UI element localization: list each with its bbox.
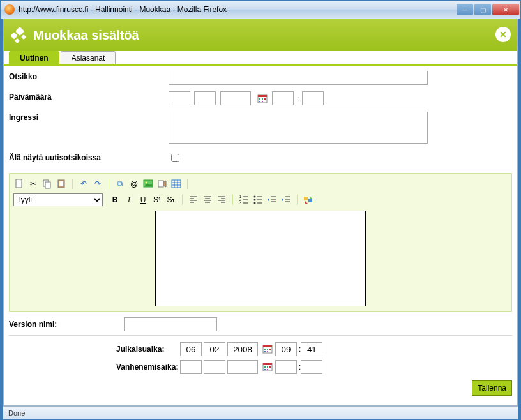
superscript-icon[interactable]: S¹ (151, 194, 163, 206)
calendar-icon[interactable] (257, 94, 268, 104)
italic-icon[interactable]: I (123, 194, 135, 206)
svg-point-13 (146, 182, 147, 184)
align-left-icon[interactable] (188, 194, 199, 206)
svg-point-42 (254, 202, 256, 204)
subscript-icon[interactable]: S₁ (165, 194, 177, 206)
date-year-input[interactable] (220, 91, 251, 105)
julkaisu-month-input[interactable] (204, 342, 225, 356)
at-icon[interactable]: @ (128, 178, 140, 190)
page-header: Muokkaa sisältöä ✕ (4, 19, 517, 51)
separator (232, 195, 233, 205)
vanhen-month-input[interactable] (204, 360, 225, 374)
tabs: Uutinen Asiasanat (4, 51, 517, 66)
svg-rect-55 (267, 349, 268, 350)
label-julkaisuaika: Julkaisuaika: (116, 345, 180, 354)
new-doc-icon[interactable] (13, 178, 25, 190)
separator (109, 179, 109, 189)
svg-rect-6 (262, 101, 263, 102)
header-logo-icon (10, 26, 28, 44)
ingressi-input[interactable] (169, 112, 428, 144)
cut-icon[interactable]: ✂ (27, 178, 39, 190)
svg-rect-11 (59, 181, 63, 186)
separator (187, 179, 188, 189)
editor-toolbar-1: ✂ ↶ ↷ ⧉ @ (12, 176, 509, 191)
window-close-button[interactable]: ✕ (492, 4, 519, 15)
separator (297, 195, 298, 205)
vanhen-year-input[interactable] (227, 360, 258, 374)
calendar-icon[interactable] (262, 344, 273, 354)
calendar-icon[interactable] (262, 362, 273, 372)
indent-icon[interactable] (280, 194, 292, 206)
style-select[interactable]: Tyyli (13, 193, 103, 206)
tab-asiasanat[interactable]: Asiasanat (61, 51, 116, 64)
browser-window: http://www.finruscc.fi - Hallinnointi - … (0, 0, 521, 420)
svg-rect-58 (267, 351, 268, 352)
redo-icon[interactable]: ↷ (92, 178, 103, 190)
window-minimize-button[interactable]: ─ (457, 4, 473, 15)
label-vanhenemisaika: Vanhenemisaika: (116, 363, 180, 371)
link-icon[interactable]: ⧉ (114, 178, 126, 190)
vanhen-hour-input[interactable] (275, 360, 297, 374)
table-icon[interactable] (170, 178, 182, 190)
svg-rect-4 (264, 98, 266, 100)
image-icon[interactable] (142, 178, 154, 190)
window-title: http://www.finruscc.fi - Hallinnointi - … (19, 5, 455, 14)
vanhen-day-input[interactable] (180, 360, 202, 374)
label-alanayta: Älä näytä uutisotsikoissa (9, 152, 169, 162)
vanhen-min-input[interactable] (301, 360, 322, 374)
svg-rect-2 (259, 98, 260, 100)
svg-point-40 (254, 199, 256, 201)
julkaisu-hour-input[interactable] (275, 342, 297, 356)
svg-rect-65 (267, 369, 268, 370)
svg-rect-54 (264, 349, 266, 350)
version-nimi-input[interactable] (124, 317, 217, 331)
date-min-input[interactable] (302, 91, 324, 105)
julkaisu-min-input[interactable] (301, 342, 322, 356)
titlebar: http://www.finruscc.fi - Hallinnointi - … (1, 1, 520, 19)
save-button[interactable]: Tallenna (472, 380, 512, 396)
copy-icon[interactable] (42, 178, 53, 190)
spellcheck-icon[interactable] (303, 194, 314, 206)
svg-rect-56 (269, 349, 271, 350)
svg-rect-51 (308, 199, 312, 202)
undo-icon[interactable]: ↶ (78, 178, 89, 190)
media-icon[interactable] (156, 178, 168, 190)
form-area: Otsikko Päivämäärä : (4, 66, 517, 170)
julkaisu-day-input[interactable] (180, 342, 202, 356)
editor-content-area[interactable] (155, 211, 366, 306)
julkaisu-year-input[interactable] (227, 342, 258, 356)
ordered-list-icon[interactable]: 123 (238, 194, 250, 206)
bold-icon[interactable]: B (109, 194, 121, 206)
date-hour-input[interactable] (272, 91, 294, 105)
underline-icon[interactable]: U (137, 194, 149, 206)
unordered-list-icon[interactable] (252, 194, 264, 206)
client-area: Muokkaa sisältöä ✕ Uutinen Asiasanat Ots… (3, 19, 518, 406)
status-text: Done (8, 409, 25, 417)
rich-text-editor: ✂ ↶ ↷ ⧉ @ Tyyli B I U (9, 173, 512, 312)
svg-rect-50 (304, 197, 308, 200)
separator (72, 179, 73, 189)
date-month-input[interactable] (194, 91, 216, 105)
date-day-input[interactable] (169, 91, 190, 105)
label-ingressi: Ingressi (9, 112, 169, 122)
firefox-icon (4, 4, 15, 15)
label-version-nimi: Version nimi: (9, 320, 124, 329)
alanayta-checkbox[interactable] (171, 154, 179, 162)
svg-rect-60 (263, 363, 272, 365)
statusbar: Done (3, 406, 518, 419)
outdent-icon[interactable] (266, 194, 278, 206)
window-maximize-button[interactable]: ▢ (474, 4, 491, 15)
divider (9, 335, 512, 336)
svg-rect-3 (262, 98, 263, 100)
align-center-icon[interactable] (202, 194, 213, 206)
tab-uutinen[interactable]: Uutinen (9, 51, 59, 64)
otsikko-input[interactable] (169, 71, 428, 85)
align-right-icon[interactable] (216, 194, 227, 206)
header-close-button[interactable]: ✕ (495, 27, 511, 42)
paste-icon[interactable] (56, 178, 67, 190)
svg-rect-64 (264, 369, 266, 370)
svg-text:3: 3 (239, 201, 241, 205)
page-title: Muokkaa sisältöä (33, 28, 139, 43)
svg-rect-63 (269, 366, 271, 368)
svg-rect-14 (158, 181, 163, 187)
